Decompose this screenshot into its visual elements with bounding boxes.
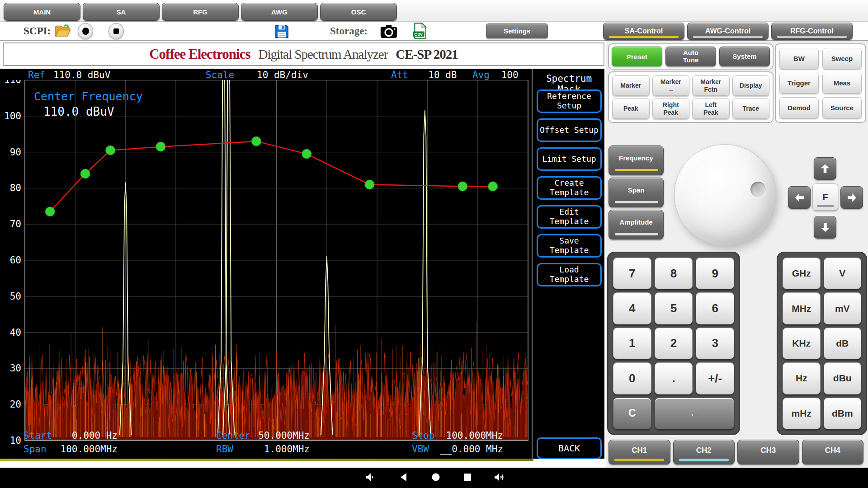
top-tab-band: MAINSARFGAWGOSC xyxy=(0,0,868,22)
unit-key-mhz[interactable]: MHz xyxy=(783,292,821,324)
channel-tab-label: CH2 xyxy=(696,446,712,455)
button-trace[interactable]: Trace xyxy=(732,99,770,119)
key-backspace[interactable]: ← xyxy=(655,398,734,429)
channel-tab-ch3[interactable]: CH3 xyxy=(737,440,799,465)
button-right-peak[interactable]: Right Peak xyxy=(652,99,690,119)
channel-tab-ch2[interactable]: CH2 xyxy=(673,440,735,465)
back-button[interactable]: BACK xyxy=(537,437,602,459)
mask-button-limit-setup[interactable]: Limit Setup xyxy=(537,147,602,171)
button-demod[interactable]: Demod xyxy=(779,97,819,118)
axis-button-frequency[interactable]: Frequency xyxy=(609,145,664,175)
volume-up-icon[interactable] xyxy=(494,473,505,483)
left-arrow-icon xyxy=(795,193,804,202)
att-label: Att xyxy=(391,70,408,80)
unit-key-hz[interactable]: Hz xyxy=(783,362,821,394)
unit-key-db[interactable]: dB xyxy=(824,328,862,359)
stop-button[interactable] xyxy=(108,23,124,39)
unit-key-mv[interactable]: mV xyxy=(824,292,862,324)
key-clear[interactable]: C xyxy=(613,398,651,429)
key-1[interactable]: 1 xyxy=(613,328,651,359)
top-tab-main[interactable]: MAIN xyxy=(4,3,80,21)
csv-export-icon[interactable]: CSV xyxy=(412,23,427,41)
channel-tab-label: CH1 xyxy=(632,446,647,455)
top-tab-rfg[interactable]: RFG xyxy=(162,3,239,21)
unit-key-dbu[interactable]: dBu xyxy=(824,362,862,394)
axis-button-amplitude[interactable]: Amplitude xyxy=(609,210,664,239)
button-peak[interactable]: Peak xyxy=(612,99,650,119)
control-tab-rfg-control[interactable]: RFG-Control xyxy=(771,23,853,40)
volume-down-icon[interactable] xyxy=(365,473,376,483)
unit-key-khz[interactable]: KHz xyxy=(783,328,821,359)
up-arrow-button[interactable] xyxy=(814,157,836,180)
channel-tab-underline xyxy=(679,459,729,461)
rotary-knob[interactable] xyxy=(674,144,775,245)
button-source[interactable]: Source xyxy=(822,97,862,118)
f-key-label: F xyxy=(822,192,828,202)
axis-button-label: Span xyxy=(628,187,645,194)
vbw-value: __0.000 MHz xyxy=(427,444,503,455)
preset-button[interactable]: Preset xyxy=(612,47,662,66)
button-sweep[interactable]: Sweep xyxy=(822,48,862,69)
f-key-button[interactable]: F xyxy=(812,183,838,211)
button-meas[interactable]: Meas xyxy=(822,73,862,94)
key-4[interactable]: 4 xyxy=(613,292,651,324)
camera-screenshot-icon[interactable] xyxy=(380,24,398,40)
top-tab-awg[interactable]: AWG xyxy=(241,3,318,21)
key-8[interactable]: 8 xyxy=(655,258,693,289)
button-bw[interactable]: BW xyxy=(779,48,819,69)
axis-button-span[interactable]: Span xyxy=(609,178,664,207)
channel-tab-ch4[interactable]: CH4 xyxy=(802,440,864,465)
svg-text:40: 40 xyxy=(10,327,21,338)
button-trigger[interactable]: Trigger xyxy=(779,73,819,94)
recents-icon[interactable] xyxy=(463,473,472,483)
record-button[interactable] xyxy=(78,23,93,39)
key-5[interactable]: 5 xyxy=(655,292,693,324)
mask-button-reference-setup[interactable]: Reference Setup xyxy=(537,89,602,113)
key-decimal[interactable]: . xyxy=(655,362,693,394)
button-display[interactable]: Display xyxy=(732,75,770,96)
key-9[interactable]: 9 xyxy=(696,258,734,289)
keypad-grid: 7894561230.+/-C← xyxy=(607,252,740,435)
key-0[interactable]: 0 xyxy=(613,362,651,394)
key-plus-minus[interactable]: +/- xyxy=(696,362,734,394)
key-6[interactable]: 6 xyxy=(696,292,734,324)
auto-tune-button[interactable]: Auto Tune xyxy=(665,47,716,66)
back-icon[interactable] xyxy=(400,473,409,483)
key-7[interactable]: 7 xyxy=(613,258,651,289)
product-name: Digital Spectrum Analyzer xyxy=(259,47,388,62)
key-2[interactable]: 2 xyxy=(655,328,693,359)
mask-button-create-template[interactable]: Create Template xyxy=(537,176,602,200)
key-3[interactable]: 3 xyxy=(696,328,734,359)
mask-button-save-template[interactable]: Save Template xyxy=(537,234,602,258)
channel-tab-ch1[interactable]: CH1 xyxy=(609,440,670,465)
button-marker[interactable]: Marker xyxy=(612,75,650,96)
unit-grid: GHzVMHzmVKHzdBHzdBumHzdBm xyxy=(777,252,867,435)
top-tab-sa[interactable]: SA xyxy=(83,3,160,21)
display-menu-divider xyxy=(532,69,533,459)
settings-button[interactable]: Settings xyxy=(486,23,548,38)
button-left-peak[interactable]: Left Peak xyxy=(692,99,730,119)
folder-open-icon[interactable] xyxy=(54,23,71,40)
left-arrow-button[interactable] xyxy=(788,186,811,209)
right-arrow-button[interactable] xyxy=(840,186,863,209)
span-value: 100.000MHz xyxy=(43,444,118,455)
control-tab-awg-control[interactable]: AWG-Control xyxy=(687,23,769,40)
button-marker-arrow[interactable]: Marker → xyxy=(652,75,690,96)
unit-key-v[interactable]: V xyxy=(824,258,862,289)
home-icon[interactable] xyxy=(431,473,440,483)
svg-text:20: 20 xyxy=(10,399,21,410)
unit-key-dbm[interactable]: dBm xyxy=(824,398,862,429)
system-button[interactable]: System xyxy=(719,47,770,66)
save-icon[interactable] xyxy=(274,24,289,41)
mask-button-load-template[interactable]: Load Template xyxy=(537,263,602,286)
unit-key-mhz[interactable]: mHz xyxy=(783,398,821,429)
unit-key-ghz[interactable]: GHz xyxy=(783,258,821,289)
button-marker-fctn[interactable]: Marker Fctn xyxy=(692,75,730,96)
down-arrow-button[interactable] xyxy=(814,216,836,239)
mask-button-edit-template[interactable]: Edit Template xyxy=(537,205,602,229)
control-tab-label: SA-Control xyxy=(625,27,663,35)
top-tab-osc[interactable]: OSC xyxy=(320,3,397,21)
center-value: 50.000MHz xyxy=(235,430,310,441)
control-tab-sa-control[interactable]: SA-Control xyxy=(603,23,684,40)
mask-button-offset-setup[interactable]: Offset Setup xyxy=(537,118,602,142)
